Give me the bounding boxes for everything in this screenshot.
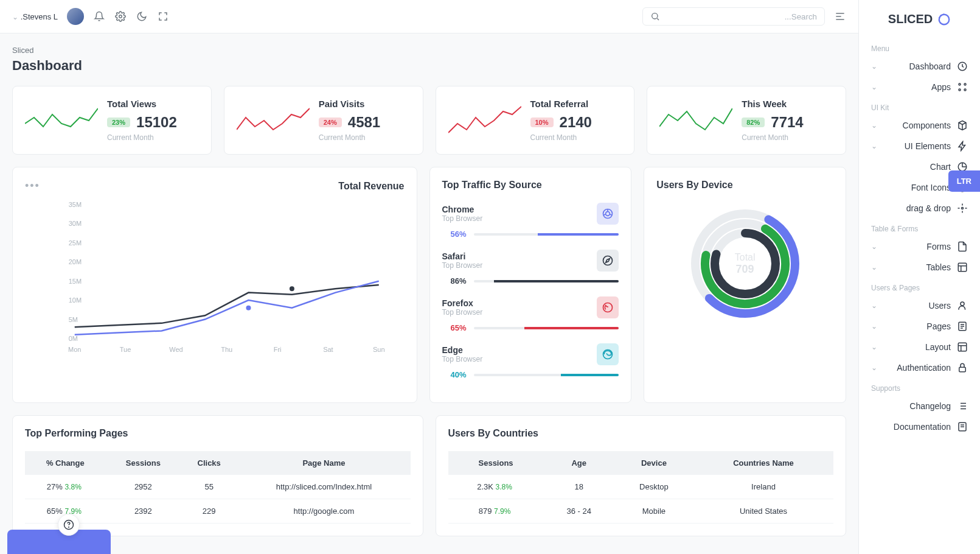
menu-section-label: UI Kit	[859, 97, 980, 115]
more-icon[interactable]: •••	[25, 180, 40, 192]
traffic-pct: 56%	[442, 230, 467, 239]
ltr-toggle[interactable]: LTR	[948, 170, 980, 192]
countries-table: Countries Name Device Age Sessions Irela…	[448, 451, 834, 524]
svg-text:Fri: Fri	[274, 346, 282, 353]
moon-icon[interactable]	[136, 10, 148, 23]
browser-icon	[597, 250, 619, 272]
traffic-sub: Top Browser	[442, 308, 483, 317]
traffic-sub: Top Browser	[442, 355, 483, 363]
svg-text:0M: 0M	[69, 335, 78, 342]
menu-section-label: Users & Pages	[859, 278, 980, 295]
gear-icon[interactable]	[114, 10, 127, 23]
svg-point-12	[962, 208, 964, 209]
help-button[interactable]	[58, 514, 80, 536]
avatar[interactable]	[67, 8, 84, 25]
card-title: Top Traffic By Source	[442, 180, 619, 191]
sidebar-item-authentication[interactable]: Authentication ⌄	[859, 357, 980, 378]
svg-rect-16	[958, 343, 967, 351]
browser-icon	[597, 343, 619, 365]
svg-text:Tue: Tue	[120, 346, 131, 353]
user-icon	[957, 300, 968, 311]
sidebar-item-apps[interactable]: Apps ⌄	[859, 77, 980, 97]
sidebar-item-dragdrop[interactable]: drag & drop	[859, 198, 980, 219]
svg-point-7	[964, 89, 966, 91]
sidebar-item-tables[interactable]: Tables ⌄	[859, 257, 980, 278]
bell-icon[interactable]	[93, 10, 105, 23]
search-box[interactable]	[642, 7, 825, 26]
svg-text:Sun: Sun	[373, 346, 385, 353]
sidebar-item-components[interactable]: Components ⌄	[859, 115, 980, 136]
sidebar-item-users[interactable]: Users ⌄	[859, 295, 980, 316]
revenue-card: Total Revenue ••• 0M5M10M15M20M25M30M35M…	[12, 167, 417, 403]
stat-sub: Current Month	[107, 133, 199, 142]
progress-bar	[474, 233, 619, 236]
svg-point-28	[606, 212, 610, 216]
fullscreen-icon[interactable]	[157, 10, 169, 23]
search-input[interactable]	[660, 12, 817, 21]
menu-toggle-icon[interactable]	[834, 10, 846, 23]
progress-bar	[474, 374, 619, 376]
sidebar-item-pages[interactable]: Pages ⌄	[859, 316, 980, 337]
traffic-pct: 65%	[442, 323, 467, 332]
svg-point-4	[959, 83, 961, 85]
chevron-down-icon: ⌄	[871, 322, 877, 331]
stat-badge: 10%	[530, 117, 554, 127]
stat-title: Paid Visits	[319, 99, 411, 109]
sidebar-item-documentation[interactable]: Documentation	[859, 416, 980, 437]
sidebar-item-dashboard[interactable]: Dashboard ⌄	[859, 56, 980, 77]
chevron-down-icon: ⌄	[871, 62, 877, 71]
logo[interactable]: SLICED	[859, 12, 980, 38]
table-row: http://google.com 229 2392 7.9% 65%	[25, 499, 411, 524]
traffic-name: Chrome	[442, 205, 483, 214]
stat-sub: Current Month	[742, 133, 833, 142]
browser-icon	[597, 296, 619, 318]
drag-icon	[957, 203, 968, 214]
list-icon	[957, 401, 968, 412]
donut-center: Total 709	[735, 252, 756, 276]
chevron-down-icon: ⌄	[871, 263, 877, 272]
traffic-sub: Top Browser	[442, 214, 483, 223]
progress-bar	[474, 280, 619, 282]
chevron-down-icon: ⌄	[871, 343, 877, 351]
table-row: Ireland Desktop 18 3.8% 2.3K	[448, 475, 834, 499]
svg-text:5M: 5M	[69, 316, 78, 323]
svg-text:25M: 25M	[69, 239, 82, 247]
traffic-pct: 86%	[442, 276, 467, 286]
sidebar-item-forms[interactable]: Forms ⌄	[859, 236, 980, 257]
svg-point-1	[69, 527, 69, 527]
traffic-name: Forefox	[442, 298, 483, 308]
traffic-name: Edge	[442, 345, 483, 355]
chevron-down-icon: ⌄	[871, 121, 877, 130]
bolt-icon	[957, 141, 968, 152]
chevron-down-icon: ⌄	[871, 301, 877, 310]
sidebar-item-layout[interactable]: Layout ⌄	[859, 337, 980, 357]
user-name[interactable]: Stevens L. ⌄	[12, 12, 58, 21]
traffic-name: Safari	[442, 251, 483, 261]
svg-point-19	[652, 13, 658, 19]
stat-title: Total Referral	[530, 99, 622, 109]
apps-icon	[957, 82, 968, 93]
svg-point-14	[961, 302, 964, 306]
traffic-item: Edge Top Browser 40%	[442, 343, 619, 379]
stat-value: 15102	[136, 114, 177, 131]
search-icon	[650, 12, 660, 21]
stat-card: Paid Visits 4581 24% Current Month	[224, 86, 423, 155]
svg-point-5	[964, 83, 966, 85]
progress-bar	[474, 327, 619, 329]
logo-icon	[937, 13, 951, 26]
svg-rect-13	[958, 263, 967, 272]
traffic-pct: 40%	[442, 370, 467, 379]
svg-text:15M: 15M	[69, 278, 82, 285]
pages-table: Page Name Clicks Sessions Change % http:…	[25, 451, 411, 524]
sidebar-item-changelog[interactable]: Changelog	[859, 396, 980, 416]
card-title: Total Revenue	[338, 181, 404, 192]
svg-rect-17	[959, 367, 966, 372]
page-icon	[957, 321, 968, 332]
svg-point-6	[959, 89, 961, 91]
sparkline	[237, 102, 310, 139]
sparkline	[25, 102, 98, 139]
traffic-item: Forefox Top Browser 65%	[442, 296, 619, 332]
svg-text:Thu: Thu	[221, 346, 232, 353]
sidebar-item-uielements[interactable]: UI Elements ⌄	[859, 136, 980, 156]
bottom-widget[interactable]	[7, 530, 111, 554]
